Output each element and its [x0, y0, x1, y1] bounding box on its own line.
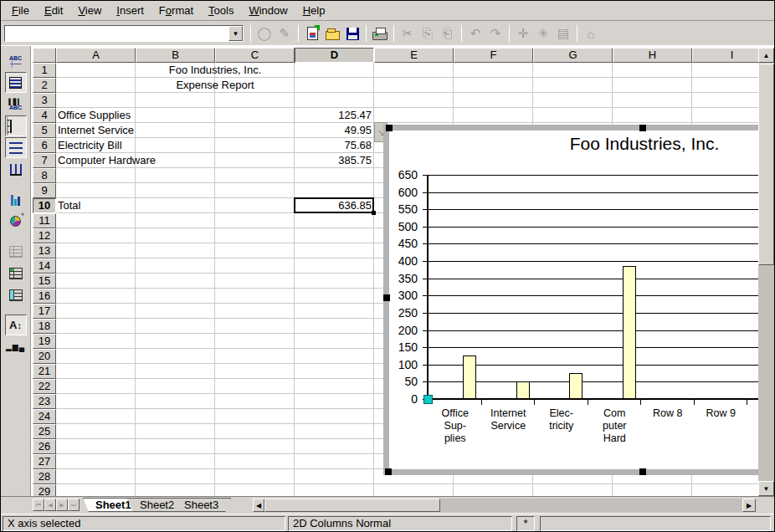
- row-header-7[interactable]: 7: [33, 153, 56, 168]
- chart-type-icon[interactable]: ✦: [5, 211, 27, 232]
- row-header-4[interactable]: 4: [33, 108, 56, 123]
- row-header-5[interactable]: 5: [33, 123, 56, 138]
- cell-D7[interactable]: 385.75: [295, 153, 372, 168]
- cell-A7[interactable]: Computer Hardware: [58, 153, 225, 168]
- url-combobox[interactable]: ▼: [4, 25, 244, 42]
- data-in-columns-icon[interactable]: [5, 284, 27, 305]
- menu-format[interactable]: Format: [151, 3, 201, 18]
- url-dropdown-button[interactable]: ▼: [228, 26, 243, 41]
- url-input[interactable]: [5, 26, 228, 41]
- row-header-8[interactable]: 8: [33, 168, 56, 183]
- row-header-11[interactable]: 11: [33, 213, 56, 228]
- y-axis-line[interactable]: [427, 175, 429, 399]
- row-header-12[interactable]: 12: [33, 228, 56, 243]
- chart-area[interactable]: Foo Industries, Inc. 0501001502002503003…: [389, 130, 775, 469]
- scroll-down-button[interactable]: ▼: [758, 481, 774, 496]
- row-header-10[interactable]: 10: [33, 198, 56, 213]
- row-header-13[interactable]: 13: [33, 243, 56, 258]
- embedded-chart[interactable]: Foo Industries, Inc. 0501001502002503003…: [383, 125, 775, 475]
- row-header-6[interactable]: 6: [33, 138, 56, 153]
- previous-sheet-button[interactable]: ◀: [44, 499, 56, 511]
- select-all-corner[interactable]: [33, 48, 56, 63]
- vertical-grid-icon[interactable]: [5, 159, 27, 180]
- row-header-14[interactable]: 14: [33, 258, 56, 274]
- row-header-20[interactable]: 20: [33, 349, 56, 364]
- cell-fill-handle[interactable]: [372, 211, 376, 215]
- horizontal-grid-icon[interactable]: [5, 137, 27, 158]
- row-header-29[interactable]: 29: [33, 484, 56, 496]
- menu-tools[interactable]: Tools: [201, 3, 241, 18]
- h-scroll-left-button[interactable]: ◀: [253, 499, 264, 512]
- row-header-17[interactable]: 17: [33, 304, 56, 319]
- menu-window[interactable]: Window: [241, 3, 295, 18]
- row-header-27[interactable]: 27: [33, 454, 56, 469]
- sheet-tab-sheet3[interactable]: Sheet3: [172, 498, 231, 512]
- open-icon[interactable]: [323, 24, 341, 43]
- chart-resize-handle-left-middle[interactable]: [383, 294, 390, 301]
- column-header-H[interactable]: H: [613, 48, 692, 63]
- vertical-scrollbar[interactable]: ▲ ▼: [758, 48, 774, 496]
- row-header-28[interactable]: 28: [33, 469, 56, 484]
- horizontal-scroll-thumb[interactable]: [264, 499, 440, 512]
- cell-A4[interactable]: Office Supplies: [58, 108, 225, 123]
- x-axis-line[interactable]: [427, 398, 770, 400]
- row-header-15[interactable]: 15: [33, 274, 56, 289]
- column-header-C[interactable]: C: [215, 48, 295, 63]
- last-sheet-button[interactable]: ⏭: [68, 499, 80, 511]
- row-header-16[interactable]: 16: [33, 289, 56, 304]
- row-header-26[interactable]: 26: [33, 439, 56, 454]
- row-header-25[interactable]: 25: [33, 424, 56, 439]
- cell-D4[interactable]: 125.47: [295, 108, 372, 123]
- menu-file[interactable]: File: [4, 3, 37, 18]
- column-header-B[interactable]: B: [136, 48, 215, 63]
- column-header-E[interactable]: E: [374, 48, 454, 63]
- row-header-24[interactable]: 24: [33, 409, 56, 424]
- chart-title-icon[interactable]: ABC┼╌╌: [5, 50, 27, 71]
- row-header-21[interactable]: 21: [33, 364, 56, 379]
- chart-title[interactable]: Foo Industries, Inc.: [515, 134, 774, 154]
- h-scroll-right-button[interactable]: ▶: [742, 499, 756, 512]
- row-header-23[interactable]: 23: [33, 394, 56, 409]
- cell-B1[interactable]: Foo Industries, Inc.: [136, 63, 295, 78]
- chart-resize-handle-top-middle[interactable]: [639, 125, 646, 131]
- first-sheet-button[interactable]: ⏮: [33, 499, 44, 511]
- chart-resize-handle-top-left[interactable]: [386, 125, 393, 131]
- next-sheet-button[interactable]: ▶: [56, 499, 68, 511]
- vertical-scroll-thumb[interactable]: [758, 64, 774, 265]
- axes-title-icon[interactable]: ▍▋▎ABC: [5, 94, 27, 115]
- chart-resize-handle-bottom-left[interactable]: [385, 468, 392, 475]
- row-header-22[interactable]: 22: [33, 379, 56, 394]
- column-header-G[interactable]: G: [533, 48, 613, 63]
- row-header-18[interactable]: 18: [33, 319, 56, 334]
- print-icon[interactable]: [371, 24, 389, 43]
- bar-internet-service[interactable]: [516, 381, 530, 399]
- scroll-up-button[interactable]: ▲: [758, 48, 774, 63]
- chart-resize-handle-bottom-middle[interactable]: [639, 468, 646, 475]
- column-header-A[interactable]: A: [56, 48, 136, 63]
- menu-edit[interactable]: Edit: [37, 3, 70, 18]
- chart-legend-icon[interactable]: [5, 72, 27, 93]
- data-in-rows-icon[interactable]: [5, 263, 27, 284]
- column-header-D[interactable]: D: [295, 48, 374, 63]
- cell-A5[interactable]: Internet Service: [58, 123, 225, 138]
- reorganize-chart-icon[interactable]: ▂▆▄: [5, 336, 27, 357]
- chart-data-icon[interactable]: [5, 189, 27, 210]
- scale-text-icon[interactable]: A↕: [5, 315, 27, 335]
- x-axis-selection-handle[interactable]: [423, 395, 433, 404]
- row-header-2[interactable]: 2: [33, 78, 56, 93]
- cell-B2[interactable]: Expense Report: [136, 78, 295, 93]
- cell-A6[interactable]: Electricity Bill: [58, 138, 225, 153]
- axis-descriptions-icon[interactable]: [5, 115, 27, 136]
- row-header-3[interactable]: 3: [33, 93, 56, 108]
- menu-help[interactable]: Help: [295, 3, 333, 18]
- bar-computer-hardware[interactable]: [623, 266, 636, 399]
- menu-insert[interactable]: Insert: [109, 3, 151, 18]
- cell-A10[interactable]: Total: [58, 198, 225, 213]
- cell-D5[interactable]: 49.95: [295, 123, 372, 138]
- column-header-F[interactable]: F: [454, 48, 533, 63]
- row-header-9[interactable]: 9: [33, 183, 56, 198]
- new-document-icon[interactable]: [303, 24, 321, 43]
- menu-view[interactable]: View: [70, 3, 109, 18]
- row-header-1[interactable]: 1: [33, 63, 56, 78]
- bar-electricity[interactable]: [569, 373, 583, 399]
